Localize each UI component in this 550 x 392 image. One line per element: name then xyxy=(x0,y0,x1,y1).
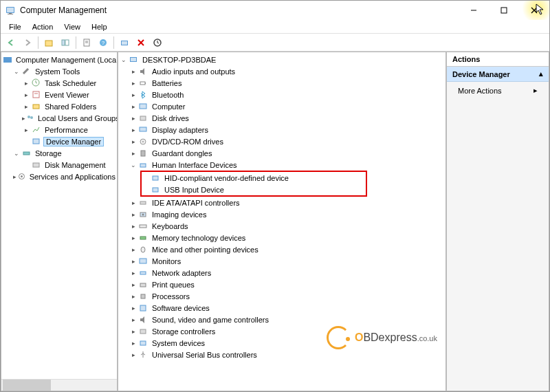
collapse-icon[interactable]: ▴ xyxy=(539,69,543,78)
show-hide-tree-button[interactable] xyxy=(58,35,73,50)
disclosure-icon[interactable]: ▸ xyxy=(22,127,30,133)
disclosure-icon[interactable]: ▸ xyxy=(129,340,138,347)
category-node[interactable]: Storage controllers xyxy=(151,327,217,336)
back-button[interactable] xyxy=(3,35,19,50)
menu-action[interactable]: Action xyxy=(27,21,59,32)
disclosure-icon[interactable]: ⌄ xyxy=(12,150,21,157)
disclosure-icon[interactable]: ▸ xyxy=(129,80,138,87)
uninstall-button[interactable] xyxy=(133,35,148,50)
category-node[interactable]: Processors xyxy=(151,292,191,301)
disclosure-icon[interactable]: ▸ xyxy=(129,223,138,230)
tree-root[interactable]: Computer Management (Local) xyxy=(14,56,118,64)
disclosure-icon[interactable]: ▸ xyxy=(129,235,138,241)
category-node[interactable]: Disk drives xyxy=(151,114,190,122)
disclosure-icon[interactable]: ▸ xyxy=(129,127,138,133)
category-node[interactable]: DVD/CD-ROM drives xyxy=(151,138,225,146)
menu-help[interactable]: Help xyxy=(86,21,113,32)
disclosure-icon[interactable]: ⌄ xyxy=(120,56,128,63)
category-node[interactable]: Audio inputs and outputs xyxy=(151,67,236,76)
disclosure-icon[interactable]: ▸ xyxy=(129,91,138,98)
disclosure-icon[interactable]: ▸ xyxy=(129,351,138,358)
disclosure-icon[interactable]: ▸ xyxy=(22,103,30,110)
detail-pane[interactable]: ⌄DESKTOP-PD3BDAE ▸Audio inputs and outpu… xyxy=(118,52,446,391)
category-node[interactable]: Software devices xyxy=(151,304,211,312)
up-button[interactable] xyxy=(41,35,56,50)
category-node[interactable]: Mice and other pointing devices xyxy=(151,246,260,254)
actions-context-header[interactable]: Device Manager ▴ xyxy=(447,67,549,82)
disclosure-icon[interactable]: ▸ xyxy=(129,150,138,157)
horizontal-scrollbar[interactable] xyxy=(1,379,117,391)
disclosure-icon[interactable]: ▸ xyxy=(129,293,138,300)
minimize-button[interactable] xyxy=(459,1,489,20)
disclosure-icon[interactable]: ▸ xyxy=(129,115,138,122)
category-node[interactable]: Universal Serial Bus controllers xyxy=(151,351,258,359)
disclosure-icon[interactable]: ⌄ xyxy=(129,162,138,168)
actions-context-label: Device Manager xyxy=(452,70,510,78)
category-node[interactable]: Network adapters xyxy=(151,269,212,277)
navigation-pane[interactable]: Computer Management (Local) ⌄System Tool… xyxy=(1,52,118,391)
disclosure-icon[interactable]: ▸ xyxy=(129,103,138,110)
category-node[interactable]: Display adapters xyxy=(151,126,210,134)
category-node[interactable]: Memory technology devices xyxy=(151,234,247,242)
help-button[interactable]: ? xyxy=(96,35,111,50)
disclosure-icon[interactable]: ▸ xyxy=(129,270,138,276)
performance-node[interactable]: Performance xyxy=(43,126,89,134)
system-tools-node[interactable]: System Tools xyxy=(34,67,81,76)
disclosure-icon[interactable]: ▸ xyxy=(129,246,138,253)
category-node[interactable]: Computer xyxy=(151,102,186,111)
task-scheduler-node[interactable]: Task Scheduler xyxy=(43,79,98,87)
category-node[interactable]: Keyboards xyxy=(151,222,190,230)
disk-management-node[interactable]: Disk Management xyxy=(43,161,107,169)
close-button[interactable] xyxy=(519,1,549,20)
disclosure-icon[interactable]: ▸ xyxy=(22,80,30,87)
scan-button[interactable] xyxy=(117,35,132,50)
disclosure-icon[interactable]: ▸ xyxy=(129,68,138,75)
update-button[interactable] xyxy=(150,35,165,50)
battery-icon xyxy=(138,78,148,89)
services-node[interactable]: Services and Applications xyxy=(28,173,117,181)
disclosure-icon[interactable]: ▸ xyxy=(129,199,138,206)
svg-rect-44 xyxy=(153,176,158,180)
computer-icon xyxy=(138,101,148,112)
category-node[interactable]: Bluetooth xyxy=(151,91,185,99)
shared-folders-node[interactable]: Shared Folders xyxy=(43,102,98,111)
device-manager-node[interactable]: Device Manager xyxy=(43,137,104,146)
chevron-right-icon: ▸ xyxy=(534,86,538,95)
category-node[interactable]: System devices xyxy=(151,339,206,347)
category-node[interactable]: IDE ATA/ATAPI controllers xyxy=(151,199,241,207)
disclosure-icon[interactable]: ▸ xyxy=(129,258,138,265)
actions-pane: Actions Device Manager ▴ More Actions ▸ xyxy=(446,52,549,391)
disclosure-icon[interactable]: ▸ xyxy=(129,138,138,145)
svg-rect-46 xyxy=(140,202,146,204)
disclosure-icon[interactable]: ▸ xyxy=(12,173,17,180)
category-node[interactable]: Monitors xyxy=(151,257,182,265)
category-node[interactable]: Guardant dongles xyxy=(151,149,213,157)
disclosure-icon[interactable]: ▸ xyxy=(129,211,138,218)
disclosure-icon[interactable]: ▸ xyxy=(129,281,138,288)
hostname-node[interactable]: DESKTOP-PD3BDAE xyxy=(141,56,217,64)
hid-category-node[interactable]: Human Interface Devices xyxy=(151,161,239,169)
category-node[interactable]: Sound, video and game controllers xyxy=(151,316,270,324)
maximize-button[interactable] xyxy=(489,1,519,20)
disclosure-icon[interactable]: ⌄ xyxy=(12,68,21,75)
usb-input-device-node[interactable]: USB Input Device xyxy=(163,186,226,194)
disclosure-icon[interactable]: ▸ xyxy=(129,328,138,335)
app-icon xyxy=(5,5,16,16)
menu-view[interactable]: View xyxy=(58,21,86,32)
hid-device-node[interactable]: HID-compliant vendor-defined device xyxy=(163,174,290,182)
disclosure-icon[interactable]: ▸ xyxy=(22,91,30,98)
forward-button[interactable] xyxy=(20,35,35,50)
nav-tree: Computer Management (Local) ⌄System Tool… xyxy=(1,52,117,184)
disclosure-icon[interactable]: ▸ xyxy=(129,305,138,312)
local-users-node[interactable]: Local Users and Groups xyxy=(36,114,118,122)
category-node[interactable]: Print queues xyxy=(151,281,196,289)
event-viewer-node[interactable]: Event Viewer xyxy=(43,91,91,99)
menu-file[interactable]: File xyxy=(3,21,27,32)
category-node[interactable]: Imaging devices xyxy=(151,210,208,219)
svg-point-48 xyxy=(142,213,144,215)
more-actions-item[interactable]: More Actions ▸ xyxy=(447,82,549,99)
category-node[interactable]: Batteries xyxy=(151,79,183,87)
properties-button[interactable] xyxy=(79,35,94,50)
disclosure-icon[interactable]: ▸ xyxy=(129,316,138,323)
storage-node[interactable]: Storage xyxy=(34,149,63,157)
